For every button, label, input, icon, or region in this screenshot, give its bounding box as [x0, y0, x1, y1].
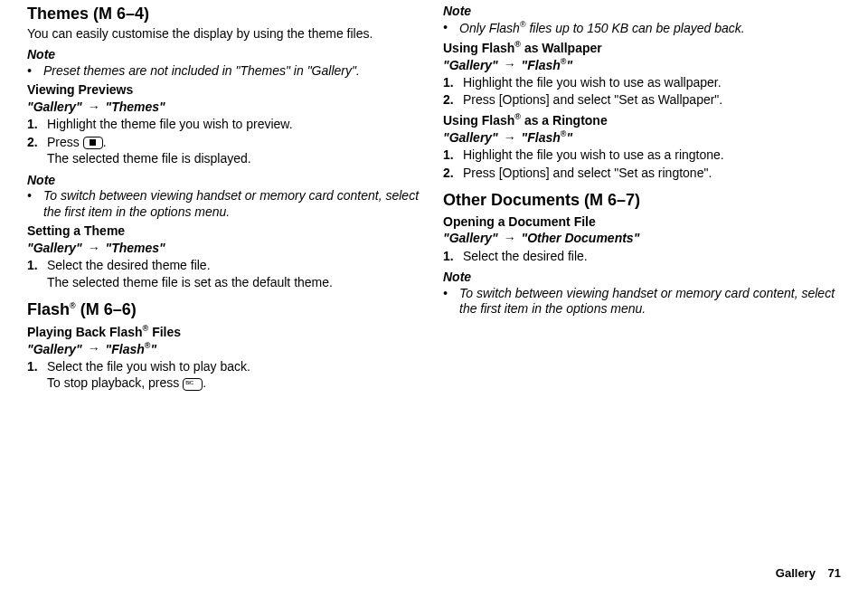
subheading-viewing-previews: Viewing Previews — [27, 82, 425, 99]
footer-page-number: 71 — [828, 566, 841, 580]
heading-flash: Flash® (M 6–6) — [27, 299, 425, 320]
note-label: Note — [443, 270, 841, 286]
subheading-playing-flash: Playing Back Flash® Files — [27, 324, 425, 340]
heading-other-documents: Other Documents (M 6–7) — [443, 190, 841, 211]
subheading-setting-theme: Setting a Theme — [27, 223, 425, 240]
path-gallery-themes-2: "Gallery" → "Themes" — [27, 241, 425, 257]
themes-note-2: •To switch between viewing handset or me… — [27, 188, 425, 220]
subheading-flash-ringtone: Using Flash® as a Ringtone — [443, 112, 841, 128]
note-label: Note — [27, 47, 425, 63]
back-clear-key-icon — [183, 378, 203, 391]
steps-opening-document: 1.Select the desired file. — [443, 249, 841, 265]
note-label: Note — [27, 173, 425, 189]
steps-setting-theme: 1. Select the desired theme file. The se… — [27, 258, 425, 290]
other-note: •To switch between viewing handset or me… — [443, 286, 841, 317]
subheading-opening-document: Opening a Document File — [443, 214, 841, 231]
center-key-icon — [83, 137, 103, 149]
steps-viewing-previews: 1.Highlight the theme file you wish to p… — [27, 117, 425, 167]
note-label: Note — [443, 4, 841, 20]
path-gallery-flash-2: "Gallery" → "Flash®" — [443, 57, 841, 73]
left-column: Themes (M 6–4) You can easily customise … — [27, 4, 425, 395]
heading-themes: Themes (M 6–4) — [27, 4, 425, 24]
flash-size-note: •Only Flash® files up to 150 KB can be p… — [443, 20, 841, 36]
subheading-flash-wallpaper: Using Flash® as Wallpaper — [443, 40, 841, 56]
right-column: Note •Only Flash® files up to 150 KB can… — [443, 4, 841, 395]
steps-flash-ringtone: 1.Highlight the file you wish to use as … — [443, 147, 841, 181]
path-gallery-flash: "Gallery" → "Flash®" — [27, 341, 425, 357]
path-gallery-themes: "Gallery" → "Themes" — [27, 100, 425, 116]
path-gallery-other-documents: "Gallery" → "Other Documents" — [443, 231, 841, 247]
themes-intro: You can easily customise the display by … — [27, 26, 425, 43]
path-gallery-flash-3: "Gallery" → "Flash®" — [443, 129, 841, 146]
themes-note-1: •Preset themes are not included in "Them… — [27, 63, 425, 80]
page-footer: Gallery 71 — [776, 566, 841, 581]
steps-flash-wallpaper: 1.Highlight the file you wish to use as … — [443, 75, 841, 109]
footer-section-label: Gallery — [776, 566, 816, 580]
steps-playing-flash: 1. Select the file you wish to play back… — [27, 359, 425, 392]
